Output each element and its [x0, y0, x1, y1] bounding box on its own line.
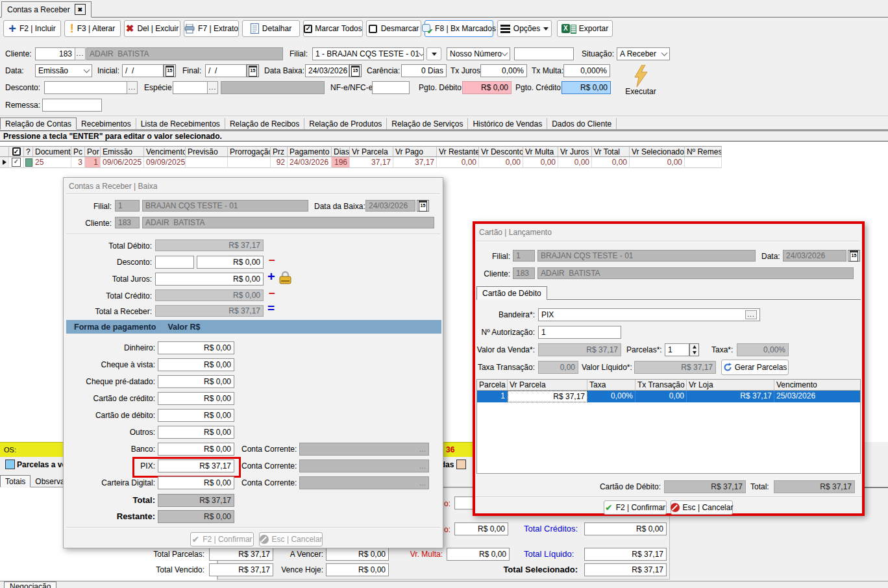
col-header[interactable]: Emissão [101, 146, 144, 157]
banco-input[interactable]: R$ 0,00 [158, 443, 234, 456]
col-header[interactable]: Pagamento [288, 146, 332, 157]
tab-totais[interactable]: Totais [0, 475, 31, 487]
total-liquido-field[interactable]: R$ 37,17 [584, 548, 667, 561]
col-header[interactable]: Nº Remessa [685, 146, 722, 157]
especie-lookup-button[interactable]: ... [207, 81, 218, 94]
data-baixa-calendar-icon[interactable]: 15 [349, 64, 362, 77]
vence-hoje-field[interactable]: R$ 0,00 [326, 563, 389, 576]
baixa-cancel-button[interactable]: Esc | Cancelar [259, 532, 323, 546]
tab-cartao-de-debito[interactable]: Cartão de Débito [476, 286, 547, 300]
opcoes-button[interactable]: Opções [497, 20, 552, 37]
tab-historico-de-vendas[interactable]: Histórico de Vendas [468, 118, 547, 129]
col-header[interactable]: Vr Parcela [508, 380, 587, 391]
outros-input[interactable]: R$ 0,00 [158, 426, 234, 439]
col-header[interactable]: Vencimento [144, 146, 186, 157]
col-header[interactable]: Previsão [186, 146, 228, 157]
cliente-lookup-button[interactable]: ... [75, 47, 86, 60]
total-selecionado-field[interactable]: R$ 37,17 [584, 563, 667, 576]
col-header[interactable]: Vr Pago [393, 146, 437, 157]
lock-icon[interactable] [278, 270, 293, 285]
col-header[interactable]: Parcela [477, 380, 508, 391]
col-header[interactable]: Documento [33, 146, 71, 157]
desconto-input[interactable] [44, 81, 127, 94]
desconto-lookup-button[interactable]: ... [127, 81, 138, 94]
col-header[interactable]: Vr Restante [437, 146, 479, 157]
cheque-pre-input[interactable]: R$ 0,00 [158, 375, 234, 388]
cartao-cancel-button[interactable]: Esc | Cancelar [671, 500, 733, 515]
col-header[interactable]: Vr Parcela [350, 146, 393, 157]
carencia-input[interactable]: 0 Dias [401, 64, 447, 77]
cartao-debito-input[interactable]: R$ 0,00 [158, 409, 234, 422]
tx-multa-input[interactable]: 0,000% [563, 64, 610, 77]
baixa-confirm-button[interactable]: ✔F2 | Confirmar [190, 532, 254, 546]
tx-juros-input[interactable]: 0,00% [480, 64, 527, 77]
tab-relacao-de-servicos[interactable]: Relação de Serviços [387, 118, 468, 129]
tab-relacao-de-recibos[interactable]: Relação de Recibos [225, 118, 304, 129]
inicial-calendar-icon[interactable]: 15 [164, 64, 176, 77]
nosso-numero-select[interactable]: Nosso Número [447, 47, 510, 60]
gerar-parcelas-button[interactable]: Gerar Parcelas [721, 360, 789, 375]
total-creditos-field[interactable]: R$ 0,00 [584, 522, 667, 535]
final-date-input[interactable]: / / [205, 64, 247, 77]
cliente-code-input[interactable]: 183 [35, 47, 75, 60]
marcar-todos-button[interactable]: ✓Marcar Todos [303, 20, 363, 37]
parcelas-input[interactable]: 1 [665, 343, 689, 356]
col-header[interactable]: Tx Transação [635, 380, 687, 391]
bandeira-lookup-button[interactable]: ... [745, 310, 757, 319]
col-header[interactable]: Vr Desconto [479, 146, 523, 157]
tab-relacao-de-produtos[interactable]: Relação de Produtos [304, 118, 387, 129]
total-juros-input[interactable]: R$ 0,00 [155, 273, 264, 286]
col-header[interactable]: Dias [332, 146, 350, 157]
table-row[interactable]: ✓ 25 3 1 09/06/2025 09/09/2025 92 24/03/… [0, 157, 722, 168]
tab-recebimentos[interactable]: Recebimentos [77, 118, 136, 129]
desmarcar-button[interactable]: Desmarcar [366, 20, 421, 37]
nosso-numero-input[interactable] [514, 47, 574, 60]
col-header[interactable]: Vr Selecionado [630, 146, 685, 157]
cartao-credito-input[interactable]: R$ 0,00 [158, 392, 234, 405]
row-checkbox[interactable]: ✓ [9, 157, 24, 168]
vr-multa-field[interactable]: R$ 0,00 [447, 548, 510, 561]
col-header[interactable]: Pc [71, 146, 85, 157]
dinheiro-input[interactable]: R$ 0,00 [158, 341, 234, 354]
checkbox-checked-icon[interactable]: ✓ [12, 147, 21, 156]
col-header[interactable]: Prorrogação [228, 146, 271, 157]
bandeira-input[interactable]: PIX... [538, 308, 760, 321]
pix-input[interactable]: R$ 37,17 [158, 459, 234, 472]
a-vencer-field[interactable]: R$ 0,00 [326, 548, 389, 561]
col-header[interactable]: Taxa [587, 380, 635, 391]
col-header[interactable]: Vr Juros [558, 146, 592, 157]
col-header[interactable]: Vr Loja [687, 380, 774, 391]
cartao-confirm-button[interactable]: ✔F2 | Confirmar [604, 500, 667, 515]
excluir-button[interactable]: ✖Del | Excluir [124, 20, 180, 37]
extrato-button[interactable]: F7 | Extrato [184, 20, 239, 37]
alterar-button[interactable]: !F3 | Alterar [64, 20, 121, 37]
tab-dados-do-cliente[interactable]: Dados do Cliente [547, 118, 617, 129]
data-tipo-select[interactable]: Emissão [35, 64, 92, 77]
parcela-row-selected[interactable]: 1 R$ 37,17 0,00% 0,00 R$ 37,17 25/03/202… [477, 391, 860, 402]
parcelas-stepper[interactable] [689, 343, 699, 356]
filial-dropdown-button[interactable] [426, 47, 441, 60]
col-header[interactable]: Vr Total [592, 146, 630, 157]
tab-relacao-de-contas[interactable]: Relação de Contas [0, 117, 77, 130]
baixa-desconto-pct-input[interactable] [155, 256, 194, 269]
tab-negociacao[interactable]: Negociação [4, 582, 56, 588]
data-baixa-input[interactable]: 24/03/2026 [305, 64, 349, 77]
cheque-vista-input[interactable]: R$ 0,00 [158, 358, 234, 371]
col-header[interactable]: Vencimento [774, 380, 860, 391]
cartao-calendar-icon[interactable]: 15 [848, 250, 860, 262]
executar-button[interactable]: Executar [618, 65, 663, 99]
tab-close-icon[interactable]: ✖ [75, 4, 86, 15]
autorizacao-input[interactable]: 1 [538, 326, 621, 339]
detalhar-button[interactable]: Detalhar [242, 20, 300, 37]
col-header[interactable]: Prz [271, 146, 288, 157]
final-calendar-icon[interactable]: 15 [247, 64, 259, 77]
credito-fragment-field[interactable]: R$ 0,00 [454, 522, 508, 535]
col-header[interactable]: Vr Multa [523, 146, 558, 157]
especie-input[interactable] [173, 81, 208, 94]
bx-marcados-button[interactable]: ✔ F8 | Bx Marcados [425, 20, 493, 37]
incluir-button[interactable]: +F2 | Incluir [3, 20, 61, 37]
total-vencido-field[interactable]: R$ 37,17 [209, 563, 273, 576]
col-header[interactable]: ? [24, 146, 33, 157]
tab-lista-de-recebimentos[interactable]: Lista de Recebimentos [136, 118, 225, 129]
baixa-calendar-icon[interactable]: 15 [417, 200, 429, 212]
